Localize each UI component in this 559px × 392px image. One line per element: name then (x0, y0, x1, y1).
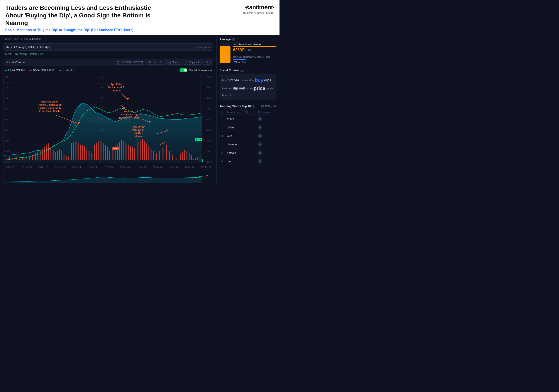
svg-point-6 (168, 62, 169, 63)
word-bitcoin[interactable]: bitcoin (227, 78, 239, 82)
copy-link-button[interactable]: Copy link (183, 60, 202, 65)
svg-rect-26 (29, 157, 30, 160)
word-price[interactable]: price (254, 86, 265, 91)
row4-ai-button[interactable]: ⊖ (258, 142, 262, 147)
table-row: 3 velo ⊖ (220, 132, 276, 140)
row5-word[interactable]: notcoin (225, 149, 256, 157)
row5-ai-button[interactable]: ⊖ (258, 150, 262, 155)
word-buy[interactable]: buy (255, 77, 263, 83)
svg-rect-69 (128, 145, 129, 160)
social-context-title: Social Context i (220, 69, 276, 72)
date-range-label: 10/11/23 - 10/05/24 (121, 61, 143, 64)
share-icon (168, 61, 171, 64)
row2-word[interactable]: biden (225, 123, 256, 131)
svg-rect-70 (130, 146, 131, 160)
date-range-button[interactable]: 10/11/23 - 10/05/24 (115, 60, 145, 65)
svg-rect-28 (35, 153, 36, 160)
row6-word[interactable]: ton (225, 157, 256, 165)
trending-date: 10 May, 24 (261, 105, 276, 108)
word-sell[interactable]: sell (239, 86, 245, 90)
compare-button[interactable]: + Compare (196, 46, 210, 49)
svg-rect-35 (51, 148, 51, 160)
svg-line-7 (169, 62, 170, 62)
social-context-info-icon[interactable]: i (241, 69, 243, 72)
chart-toolbar: Social Volume 10/11/23 - 10/05/24 BTC / … (3, 59, 213, 66)
col-word: Trending words, 24h (225, 110, 256, 115)
try-out-link-1[interactable]: Buy the dip (14, 53, 27, 55)
x-label-2: 28 Nov 23 (22, 166, 32, 168)
legend-dot-red (29, 70, 32, 71)
svg-point-5 (170, 63, 171, 64)
word-people[interactable]: people (266, 87, 273, 90)
svg-rect-49 (82, 146, 83, 160)
svg-rect-32 (44, 147, 45, 160)
svg-rect-82 (159, 151, 160, 160)
svg-rect-54 (94, 145, 95, 160)
row2-ai-button[interactable]: ⊖ (258, 125, 262, 130)
x-label-7: 10 Feb 24 (103, 166, 113, 168)
svg-rect-60 (107, 147, 108, 160)
word-bought[interactable]: bought (222, 94, 231, 97)
avg-query-nums: 79 0.13% (233, 60, 276, 64)
word-use[interactable]: use (244, 79, 248, 82)
row4-word[interactable]: binance (225, 140, 256, 148)
x-axis: 10 Nov 23 28 Nov 23 10 Dec 23 26 Dec 23 … (3, 165, 213, 168)
row4-num: 4 (221, 143, 223, 146)
search-tag: (buy OR bought) AND (dip OR dips) × (6, 45, 55, 49)
legend-dot-green (4, 70, 7, 71)
try-out-link-3[interactable]: sell (40, 53, 44, 55)
word-doo[interactable]: doo (249, 79, 254, 82)
mini-chart (3, 170, 213, 183)
row3-ai-button[interactable]: ⊖ (258, 133, 262, 138)
row2-num: 2 (221, 126, 223, 129)
pair-button[interactable]: BTC / USD (147, 60, 164, 65)
word-last[interactable]: last (222, 79, 227, 82)
svg-rect-38 (57, 151, 58, 160)
x-label-5: 10 Jan 24 (71, 166, 81, 168)
svg-rect-94 (193, 159, 194, 160)
breadcrumb-current: Social Context (24, 38, 41, 41)
try-out-link-2[interactable]: bottom (29, 53, 37, 55)
svg-rect-45 (74, 142, 74, 160)
word-btc[interactable]: btc (240, 79, 243, 82)
row1-word[interactable]: trump (225, 115, 256, 123)
share-button[interactable]: Share (167, 60, 181, 65)
word-money[interactable]: money (246, 87, 253, 90)
svg-rect-0 (117, 61, 119, 63)
average-info-icon[interactable]: i (232, 38, 235, 41)
row1-ai-button[interactable]: ⊖ (258, 117, 262, 121)
svg-rect-29 (37, 152, 38, 160)
word-time[interactable]: time (222, 87, 227, 90)
word-dip[interactable]: dip (233, 86, 238, 90)
row6-ai-button[interactable]: ⊖ (258, 159, 262, 164)
svg-rect-36 (53, 150, 54, 160)
x-label-12: 26 Apr 24 (185, 166, 194, 168)
breadcrumb-parent[interactable]: Social Trends (3, 38, 19, 41)
svg-rect-43 (68, 157, 69, 160)
average-bar (220, 46, 231, 63)
svg-rect-50 (84, 146, 85, 160)
svg-rect-53 (91, 153, 92, 160)
settings-button[interactable] (204, 60, 211, 65)
social-dominance-toggle[interactable] (179, 68, 187, 72)
svg-rect-46 (75, 141, 76, 160)
svg-rect-111 (261, 105, 264, 107)
avg-total-row: Total Total Social Volume 62697 100% (233, 43, 276, 52)
svg-rect-93 (191, 155, 192, 160)
santiment-logo: ·santiment· (244, 4, 274, 11)
search-clear-button[interactable]: × (53, 45, 55, 49)
word-dips[interactable]: dips (264, 78, 271, 82)
trending-date-label: 10 May, 24 (265, 105, 276, 108)
average-title: Average i (220, 38, 276, 41)
row3-word[interactable]: velo (225, 132, 256, 140)
svg-rect-95 (195, 158, 196, 160)
average-data: Total Total Social Volume 62697 100% (bu… (233, 43, 276, 64)
svg-rect-40 (61, 151, 62, 160)
trending-info-icon[interactable]: i (252, 105, 255, 108)
svg-rect-66 (121, 140, 122, 160)
word-seal[interactable]: seal (228, 87, 232, 90)
svg-rect-31 (42, 149, 43, 160)
search-bar[interactable]: (buy OR bought) AND (dip OR dips) × + Co… (3, 43, 213, 51)
calendar-icon (117, 61, 119, 64)
sidebar: Average i Total Total Social Volume (216, 35, 280, 185)
